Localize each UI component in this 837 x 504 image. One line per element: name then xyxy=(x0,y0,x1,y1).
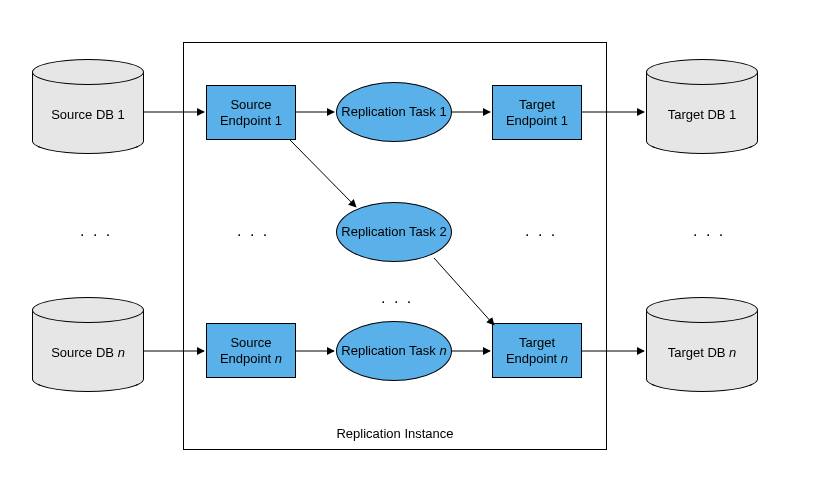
ellipsis-target-endpoints: . . . xyxy=(525,222,557,240)
diagram-canvas: Replication Instance Source DB 1 Source … xyxy=(0,0,837,504)
target-endpoint-1: Target Endpoint 1 xyxy=(492,85,582,140)
ellipsis-source-endpoints: . . . xyxy=(237,222,269,240)
replication-task-1: Replication Task 1 xyxy=(336,82,452,142)
replication-task-n: Replication Task n xyxy=(336,321,452,381)
target-endpoint-n: Target Endpoint n xyxy=(492,323,582,378)
source-db-1-label: Source DB 1 xyxy=(32,107,144,122)
target-db-1-cylinder: Target DB 1 xyxy=(646,72,758,154)
source-db-n-cylinder: Source DB n xyxy=(32,310,144,392)
source-endpoint-n: Source Endpoint n xyxy=(206,323,296,378)
target-db-n-label: Target DB n xyxy=(646,345,758,360)
replication-instance-label: Replication Instance xyxy=(184,426,606,441)
replication-task-2: Replication Task 2 xyxy=(336,202,452,262)
source-db-1-cylinder: Source DB 1 xyxy=(32,72,144,154)
ellipsis-tasks: . . . xyxy=(381,289,413,307)
target-db-1-label: Target DB 1 xyxy=(646,107,758,122)
ellipsis-right: . . . xyxy=(693,222,725,240)
target-db-n-cylinder: Target DB n xyxy=(646,310,758,392)
ellipsis-left: . . . xyxy=(80,222,112,240)
source-db-n-label: Source DB n xyxy=(32,345,144,360)
source-endpoint-1: Source Endpoint 1 xyxy=(206,85,296,140)
